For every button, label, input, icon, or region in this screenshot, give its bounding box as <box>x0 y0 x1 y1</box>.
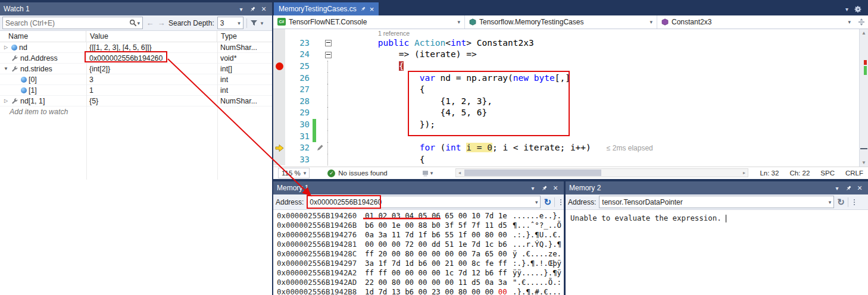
scroll-down-icon[interactable]: ▼ <box>860 160 868 165</box>
memory2-address-input[interactable]: tensor.TensorDataPointer ▾ <box>599 196 834 208</box>
watch-row[interactable]: [1] 1 int <box>0 85 272 96</box>
project-dropdown[interactable]: C# TensorFlowNET.Console ▾ <box>273 15 465 29</box>
outlining-margin[interactable] <box>323 131 333 143</box>
scroll-left-icon[interactable]: ◂ <box>456 169 463 177</box>
outlining-margin[interactable] <box>323 37 333 49</box>
code-text[interactable]: {4, 5, 6} <box>333 107 868 119</box>
outlining-margin[interactable] <box>323 49 333 61</box>
breakpoint-margin[interactable] <box>273 84 285 96</box>
code-line[interactable]: 27 { <box>273 84 868 96</box>
member-dropdown[interactable]: Constant2x3 ▾ <box>657 15 855 29</box>
refresh-icon[interactable]: ↻ <box>544 197 551 208</box>
outlining-margin[interactable] <box>323 142 333 154</box>
active-files-chevron-icon[interactable]: ▾ <box>845 6 848 12</box>
fold-toggle[interactable] <box>325 40 332 46</box>
pin-icon[interactable] <box>248 4 257 14</box>
memory-row[interactable]: 0x000002556B194297 3a 1f 7d 1d b6 00 21 … <box>277 259 564 268</box>
search-input[interactable]: Search (Ctrl+E) ▾ <box>2 17 143 29</box>
memory-row[interactable]: 0x000002556B194276 0a 3a 11 7d 1f b6 55 … <box>277 230 564 240</box>
memory1-address-input[interactable]: 0x000002556B194260 ▾ <box>307 196 541 208</box>
memory-row[interactable]: 0x000002556B19426B b6 00 1e 00 88 b0 3f … <box>277 221 564 230</box>
pin-icon[interactable] <box>539 183 549 193</box>
memory-row[interactable]: 0x000002556B19428C ff 20 00 80 00 00 00 … <box>277 249 564 259</box>
window-position-icon[interactable]: ▾ <box>832 183 842 193</box>
outlining-margin[interactable] <box>323 84 333 96</box>
code-text[interactable] <box>333 131 868 143</box>
memory2-message-area[interactable]: Unable to evaluate the expression. <box>566 210 868 295</box>
code-line[interactable]: 28 {1, 2, 3}, <box>273 96 868 108</box>
memory-row[interactable]: 0x000002556B1942A2 ff ff 00 00 00 00 1c … <box>277 268 564 278</box>
outlining-margin[interactable] <box>323 119 333 131</box>
window-position-icon[interactable]: ▾ <box>236 4 246 14</box>
grid-column-separator[interactable] <box>86 42 87 180</box>
breakpoint-margin[interactable] <box>273 131 285 143</box>
watch-row[interactable]: nd.Address 0x000002556b194260 void* <box>0 53 272 64</box>
close-icon[interactable]: × <box>370 5 374 14</box>
column-header-type[interactable]: Type <box>217 31 272 42</box>
code-line[interactable]: 31 <box>273 131 868 143</box>
memory1-hex-view[interactable]: 0x000002556B194260 01 02 03 04 05 06 65 … <box>273 210 564 295</box>
breakpoint-icon[interactable] <box>276 62 283 70</box>
code-line[interactable]: 32 for (int i = 0; i < iterate; i++)≤ 2m… <box>273 142 868 154</box>
type-dropdown[interactable]: Tensorflow.MemoryTestingCases ▾ <box>465 15 657 29</box>
code-line[interactable]: 26 var nd = np.array(new byte[,] <box>273 73 868 84</box>
watch-value[interactable]: {[[1, 2, 3], [4, 5, 6]]} <box>86 43 217 52</box>
search-prev-icon[interactable]: ← <box>146 18 154 27</box>
code-line[interactable]: 30 }); <box>273 119 868 131</box>
split-editor-button[interactable] <box>855 15 868 29</box>
watch-value[interactable]: {5} <box>86 97 217 105</box>
memory-row[interactable]: 0x000002556B1942B8 1d 7d 13 b6 00 23 00 … <box>277 287 564 295</box>
expander-icon[interactable]: ▼ <box>2 66 10 71</box>
breakpoint-margin[interactable] <box>273 119 285 131</box>
code-editor[interactable]: 1 reference 23 public Action<int> Con <box>273 29 868 167</box>
memory2-titlebar[interactable]: Memory 2 ▾ × <box>566 181 868 194</box>
column-header-value[interactable]: Value <box>86 31 217 42</box>
code-text[interactable]: { <box>333 154 868 166</box>
search-icon[interactable] <box>129 19 137 27</box>
code-text[interactable]: {1, 2, 3}, <box>333 96 868 108</box>
column-header-name[interactable]: Name <box>0 31 86 42</box>
add-watch-row[interactable]: Add item to watch <box>0 106 272 117</box>
zoom-select[interactable]: 115 % ▾ <box>278 168 310 178</box>
watch-row[interactable]: [0] 3 int <box>0 74 272 85</box>
issues-indicator[interactable]: ✓ No issues found <box>327 170 387 177</box>
code-line[interactable]: 24 => (iterate) => <box>273 49 868 61</box>
horizontal-scrollbar[interactable]: ◂ ▸ <box>455 168 748 177</box>
memory-row[interactable]: 0x000002556B194281 00 00 00 72 00 dd 51 … <box>277 240 564 249</box>
grid-column-separator[interactable] <box>217 42 218 180</box>
code-text[interactable]: for (int i = 0; i < iterate; i++)≤ 2ms e… <box>333 142 868 154</box>
filter-chevron-icon[interactable]: ▾ <box>261 20 264 26</box>
scroll-up-icon[interactable]: ▲ <box>860 30 868 36</box>
expander-icon[interactable]: ▷ <box>2 45 10 50</box>
fold-toggle[interactable] <box>325 52 332 58</box>
breakpoint-margin[interactable] <box>273 37 285 49</box>
close-icon[interactable]: × <box>855 183 864 193</box>
refresh-icon[interactable]: ↻ <box>837 197 845 208</box>
search-next-icon[interactable]: → <box>157 18 166 27</box>
pin-icon[interactable] <box>360 6 366 12</box>
expander-icon[interactable]: ▷ <box>2 98 10 103</box>
pin-icon[interactable] <box>844 183 853 193</box>
toolbar-overflow-icon[interactable] <box>854 199 855 205</box>
watch-titlebar[interactable]: Watch 1 ▾ × <box>0 2 272 15</box>
code-line[interactable]: 25 { <box>273 61 868 73</box>
tab-memorytestingcases[interactable]: MemoryTestingCases.cs × <box>274 2 379 15</box>
outlining-margin[interactable] <box>323 61 333 73</box>
watch-row[interactable]: ▷ nd {[[1, 2, 3], [4, 5, 6]]} NumShar... <box>0 42 272 53</box>
watch-value[interactable]: 0x000002556b194260 <box>86 54 217 62</box>
breakpoint-margin[interactable] <box>273 61 285 73</box>
code-text[interactable]: { <box>333 84 868 96</box>
vertical-scrollbar[interactable]: ▲ ▼ <box>859 29 868 167</box>
watch-value[interactable]: {int[2]} <box>86 65 217 73</box>
breakpoint-margin[interactable] <box>273 154 285 166</box>
breakpoint-margin[interactable] <box>273 49 285 61</box>
outlining-margin[interactable] <box>323 107 333 119</box>
outlining-margin[interactable] <box>323 73 333 84</box>
toolbar-overflow-icon[interactable] <box>560 199 561 205</box>
gear-icon[interactable] <box>854 5 862 13</box>
breakpoint-margin[interactable] <box>273 96 285 108</box>
code-text[interactable]: }); <box>333 119 868 131</box>
scrollbar-thumb[interactable] <box>464 170 601 176</box>
window-position-icon[interactable]: ▾ <box>528 183 538 193</box>
memory-row[interactable]: 0x000002556B1942AD 22 00 80 00 00 00 00 … <box>277 278 564 287</box>
